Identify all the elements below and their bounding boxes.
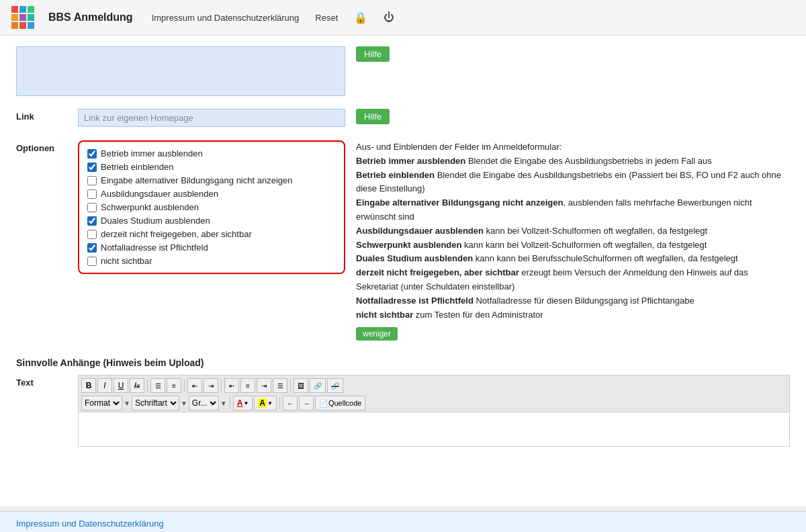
align-left-button[interactable]: ⇤ [224, 378, 239, 393]
outdent-button[interactable]: ⇤ [187, 378, 202, 393]
anhaenge-section: Sinnvolle Anhänge (Hinweis beim Upload) … [16, 357, 790, 447]
checkbox-label-8: nicht sichtbar [101, 256, 152, 266]
checkbox-notfalladresse[interactable] [87, 243, 97, 253]
help-item-7: Notfalladresse ist Pflichtfeld Notfallad… [356, 294, 790, 308]
svg-rect-1 [19, 6, 26, 13]
quellcode-icon: 📄 [319, 399, 328, 408]
checkbox-row-8: nicht sichtbar [87, 256, 336, 266]
weniger-button[interactable]: weniger [356, 327, 398, 341]
help-item-0: Betrieb immer ausblenden Blendet die Ein… [356, 154, 790, 169]
checkbox-row-5: Duales Studium ausblenden [87, 216, 336, 226]
editor-body[interactable] [79, 412, 789, 446]
options-section: Optionen Betrieb immer ausblenden Betrie… [16, 140, 790, 341]
options-label: Optionen [16, 140, 70, 153]
image-button[interactable]: 🖼 [294, 378, 308, 393]
tb-arrow-1: ▼ [124, 400, 130, 407]
top-section: Hilfe [16, 46, 790, 98]
indent-button[interactable]: ⇥ [204, 378, 218, 393]
checkbox-schwerpunkt[interactable] [87, 203, 97, 212]
text-editor-label: Text [16, 375, 70, 388]
anhaenge-title: Sinnvolle Anhänge (Hinweis beim Upload) [16, 357, 790, 368]
font-color-button[interactable]: A ▼ [233, 396, 253, 410]
top-textarea[interactable] [16, 46, 345, 96]
help-item-4: Schwerpunkt ausblenden kann kann bei Vol… [356, 238, 790, 253]
checkbox-label-4: Schwerpunkt ausblenden [101, 202, 199, 212]
checkbox-row-2: Eingabe alternativer Bildungsgang nicht … [87, 175, 336, 185]
checkbox-row-1: Betrieb einblenden [87, 162, 336, 172]
checkbox-label-7: Notfalladresse ist Pflichtfeld [101, 242, 208, 253]
checkbox-duales-studium[interactable] [87, 216, 97, 226]
app-logo [11, 5, 35, 30]
lock-icon[interactable]: 🔒 [354, 11, 367, 24]
help-intro: Aus- und Einblenden der Felder im Anmeld… [356, 140, 790, 154]
checkbox-label-5: Duales Studium ausblenden [101, 216, 210, 226]
toolbar-row-2: Format ▼ Schriftart ▼ Gr... ▼ A [81, 396, 787, 412]
checkbox-nicht-freigegeben[interactable] [87, 230, 97, 239]
checkbox-label-2: Eingabe alternativer Bildungsgang nicht … [101, 175, 292, 185]
redo-button[interactable]: → [299, 396, 314, 410]
font-color-icon: A [237, 398, 243, 408]
unordered-list-button[interactable]: ≡ [167, 378, 181, 393]
align-justify-button[interactable]: ☰ [273, 378, 287, 393]
link-form-row: Link [16, 109, 345, 127]
link-left: Link [16, 109, 345, 135]
format-select[interactable]: Format [81, 396, 122, 410]
app-title: BBS Anmeldung [48, 11, 133, 24]
top-left-col [16, 46, 345, 98]
tb-sep-3 [221, 380, 222, 392]
quellcode-button[interactable]: 📄 Quellcode [315, 396, 366, 410]
checkbox-bildungsgang[interactable] [87, 176, 97, 185]
align-right-button[interactable]: ⇥ [257, 378, 271, 393]
main-content: Hilfe Link Hilfe Optionen [0, 36, 806, 506]
editor-toolbar: B I U Ix ☰ ≡ ⇤ ⇥ ⇤ ≡ ⇥ ☰ [79, 375, 789, 412]
tb-sep-1 [147, 380, 148, 392]
link-field [78, 109, 345, 127]
undo-button[interactable]: ← [283, 396, 298, 410]
options-box: Betrieb immer ausblenden Betrieb einblen… [78, 140, 345, 274]
header-nav: Impressum und Datenschutzerklärung Reset… [152, 11, 395, 24]
impressum-nav-link[interactable]: Impressum und Datenschutzerklärung [152, 13, 300, 23]
checkbox-ausbildungsdauer[interactable] [87, 189, 97, 199]
italic-button[interactable]: I [97, 378, 112, 393]
bg-color-icon: A [258, 398, 267, 408]
help-item-3: Ausbildungsdauer ausblenden kann bei Vol… [356, 224, 790, 238]
link-button[interactable]: 🔗 [310, 378, 326, 393]
groesse-select[interactable]: Gr... [189, 396, 219, 410]
toolbar-row-1: B I U Ix ☰ ≡ ⇤ ⇥ ⇤ ≡ ⇥ ☰ [81, 378, 787, 394]
app-header: BBS Anmeldung Impressum und Datenschutze… [0, 0, 806, 36]
svg-rect-4 [19, 14, 26, 21]
checkbox-betrieb-ausblenden[interactable] [87, 149, 97, 159]
help-item-2: Eingabe alternativer Bildungsgang nicht … [356, 196, 790, 224]
schriftart-select[interactable]: Schriftart [132, 396, 179, 410]
power-icon[interactable]: ⏻ [384, 11, 394, 24]
underline-button[interactable]: U [114, 378, 128, 393]
tb-sep-4 [290, 380, 291, 392]
top-right-col: Hilfe [356, 46, 790, 66]
ordered-list-button[interactable]: ☰ [150, 378, 165, 393]
bold-button[interactable]: B [81, 378, 96, 393]
bg-color-arrow: ▼ [267, 400, 273, 406]
footer-impressum-link[interactable]: Impressum und Datenschutzerklärung [16, 519, 164, 529]
checkbox-label-3: Ausbildungsdauer ausblenden [101, 189, 218, 199]
help-item-1: Betrieb einblenden Blendet die Eingabe d… [356, 169, 790, 197]
options-form-row: Optionen Betrieb immer ausblenden Betrie… [16, 140, 345, 274]
checkbox-row-3: Ausbildungsdauer ausblenden [87, 189, 336, 199]
link-input[interactable] [78, 109, 345, 127]
align-center-button[interactable]: ≡ [240, 378, 255, 393]
checkbox-betrieb-einblenden[interactable] [87, 163, 97, 172]
help-text-col: Aus- und Einblenden der Felder im Anmeld… [356, 140, 790, 341]
editor-container: B I U Ix ☰ ≡ ⇤ ⇥ ⇤ ≡ ⇥ ☰ [78, 375, 790, 447]
reset-nav-link[interactable]: Reset [315, 13, 338, 23]
strikethrough-button[interactable]: Ix [130, 378, 144, 393]
hilfe-button-link[interactable]: Hilfe [356, 109, 390, 124]
font-color-arrow: ▼ [243, 400, 249, 406]
unlink-button[interactable]: 🔗 [327, 378, 343, 393]
link-right: Hilfe [356, 109, 790, 128]
text-editor-section: Text B I U Ix ☰ ≡ ⇤ ⇥ [16, 375, 790, 447]
bg-color-button[interactable]: A ▼ [254, 396, 277, 410]
svg-rect-3 [11, 14, 18, 21]
hilfe-button-top[interactable]: Hilfe [356, 46, 390, 62]
tb-sep-6 [279, 397, 280, 409]
checkbox-row-4: Schwerpunkt ausblenden [87, 202, 336, 212]
checkbox-nicht-sichtbar[interactable] [87, 257, 97, 266]
